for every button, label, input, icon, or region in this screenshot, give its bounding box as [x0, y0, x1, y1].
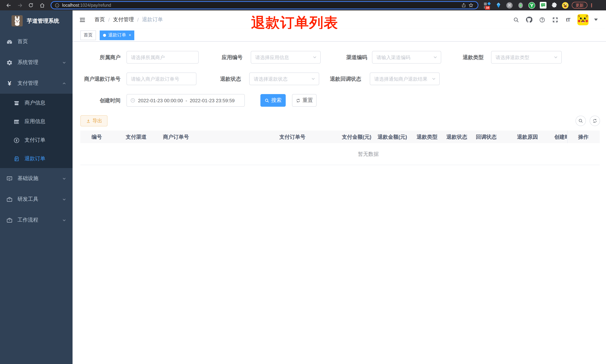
column-header-clipped[interactable]: 创建时间 [554, 130, 567, 143]
main-area: 首页 / 支付管理 / 退款订单 退款订单列表 [73, 10, 606, 364]
refresh-icon [592, 118, 597, 123]
user-avatar[interactable] [577, 14, 589, 25]
tag-home[interactable]: 首页 [80, 30, 96, 40]
column-header[interactable]: 退款金额(元) [378, 130, 407, 143]
active-dot [103, 34, 106, 37]
sidebar-item-label: 应用信息 [25, 118, 45, 125]
merchant-refund-no-input[interactable] [127, 73, 196, 85]
extension-icon-emoji[interactable] [562, 2, 569, 9]
toggle-search-button[interactable] [576, 116, 586, 126]
channel-code-input[interactable] [372, 51, 441, 63]
font-size-button[interactable]: tT [564, 16, 572, 23]
column-header[interactable]: 支付渠道 [126, 130, 146, 143]
column-header[interactable]: 编号 [92, 130, 102, 143]
sidebar-item-infrastructure[interactable]: 基础设施 [0, 168, 73, 189]
refund-status-select[interactable] [249, 73, 319, 85]
url-path: :1024/pay/refund [79, 3, 111, 7]
chevron-down-icon [432, 77, 436, 81]
bookmark-star-button[interactable] [467, 1, 475, 9]
search-icon [264, 98, 269, 103]
column-header[interactable]: 支付订单号 [279, 130, 305, 143]
create-time-range-picker[interactable]: 2022-01-23 00:00:00 - 2022-01-23 23:59:5… [127, 94, 245, 107]
column-header[interactable]: 退款类型 [417, 130, 437, 143]
sidebar-item-home[interactable]: 首页 [0, 31, 73, 52]
sidebar-item-dev-tools[interactable]: 研发工具 [0, 189, 73, 210]
extension-icon-chat[interactable] [540, 2, 546, 9]
column-header[interactable]: 操作 [578, 130, 589, 143]
sidebar-item-system[interactable]: 系统管理 [0, 52, 73, 73]
refund-status-input[interactable] [250, 73, 319, 85]
sidebar-item-app-info[interactable]: 应用信息 [0, 112, 73, 131]
field-label: 退款类型 [447, 51, 484, 64]
search-icon [513, 16, 519, 23]
breadcrumb-separator: / [137, 17, 139, 23]
help-button[interactable] [538, 16, 546, 23]
export-button[interactable]: 导出 [80, 115, 107, 126]
chrome-update-button[interactable]: 更新 [572, 2, 587, 9]
sidebar-item-payment[interactable]: ¥ 支付管理 [0, 73, 73, 94]
app-select-input[interactable] [251, 51, 320, 63]
field-label: 应用编号 [205, 51, 243, 64]
merchant-select-input[interactable] [127, 51, 198, 63]
extension-icon-record[interactable] [517, 2, 524, 9]
refund-type-select[interactable] [491, 51, 562, 64]
browser-back-button[interactable] [4, 1, 13, 9]
navbar-actions: tT [512, 14, 598, 25]
refund-type-input[interactable] [491, 51, 561, 63]
column-header[interactable]: 退款状态 [447, 130, 467, 143]
extension-icon-grid[interactable]: 10 [484, 2, 491, 9]
tag-refund-order[interactable]: 退款订单 × [100, 30, 134, 40]
fullscreen-icon [552, 16, 558, 23]
sidebar-item-refund-order[interactable]: 退款订单 [0, 149, 73, 168]
browser-home-button[interactable] [37, 1, 47, 9]
date-end: 2022-01-23 23:59:59 [190, 98, 235, 103]
browser-forward-button[interactable] [15, 1, 25, 9]
sidebar-item-pay-order[interactable]: 支付订单 [0, 131, 73, 149]
chevron-down-icon[interactable] [594, 19, 598, 21]
browser-menu-icon[interactable]: ⋮ [589, 2, 594, 8]
breadcrumb-payment[interactable]: 支付管理 [113, 16, 134, 23]
breadcrumb-home[interactable]: 首页 [94, 16, 105, 23]
address-bar[interactable]: localhost:1024/pay/refund [51, 1, 478, 9]
chevron-down-icon [62, 197, 66, 201]
puzzle-icon [551, 2, 557, 9]
fullscreen-button[interactable] [551, 16, 559, 23]
sidebar: 芋道管理系统 首页 系统管理 ¥ 支付管理 [0, 10, 73, 364]
refund-notify-status-input[interactable] [370, 73, 439, 85]
share-button[interactable] [460, 1, 467, 9]
search-button[interactable] [512, 16, 520, 23]
breadcrumb-current: 退款订单 [142, 16, 163, 23]
browser-reload-button[interactable] [26, 1, 36, 9]
export-label: 导出 [92, 117, 102, 124]
date-start: 2022-01-23 00:00:00 [138, 98, 183, 103]
close-icon[interactable]: × [129, 33, 131, 37]
sidebar-item-merchant-info[interactable]: 商户信息 [0, 94, 73, 112]
app-select[interactable] [251, 51, 321, 64]
pikachu-avatar-image [577, 14, 589, 25]
reset-button[interactable]: 重置 [292, 94, 316, 107]
merchant-select[interactable] [127, 51, 199, 64]
search-button[interactable]: 搜索 [260, 94, 286, 107]
refresh-button[interactable] [590, 116, 600, 126]
field-label: 退款回调状态 [324, 73, 361, 85]
github-button[interactable] [525, 16, 533, 23]
app-title: 芋道管理系统 [27, 17, 59, 24]
sidebar-item-workflow[interactable]: 工作流程 [0, 210, 73, 231]
tags-view: 首页 退款订单 × [73, 29, 606, 42]
sidebar-item-label: 支付管理 [17, 80, 38, 87]
extension-icon-command[interactable]: ⌘ [506, 2, 513, 9]
channel-code-select[interactable] [372, 51, 441, 64]
column-header[interactable]: 商户订单号 [163, 130, 189, 143]
column-header[interactable]: 退款原因 [517, 130, 538, 143]
column-header[interactable]: 回调状态 [476, 130, 497, 143]
column-header[interactable]: 支付金额(元) [342, 130, 371, 143]
chat-icon [540, 2, 546, 9]
app-logo[interactable]: 芋道管理系统 [0, 10, 73, 31]
extensions-puzzle-icon[interactable] [551, 2, 558, 9]
merchant-refund-no-input-box[interactable] [127, 73, 197, 85]
extension-icon-y[interactable] [528, 2, 535, 9]
refund-notify-status-select[interactable] [370, 73, 440, 85]
extension-icon-gem[interactable] [495, 2, 502, 9]
extension-badge: 10 [485, 6, 490, 10]
sidebar-toggle[interactable] [78, 16, 86, 24]
